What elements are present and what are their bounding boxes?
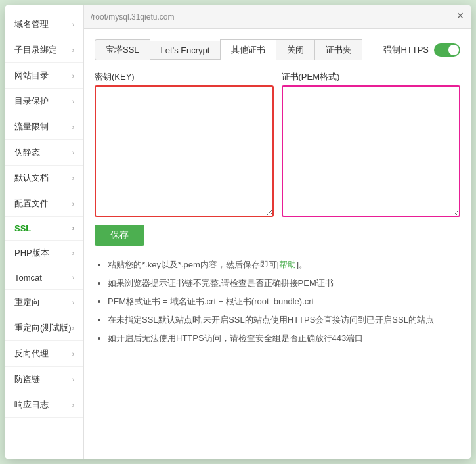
sidebar-item-redirect[interactable]: 重定向 › <box>5 290 83 315</box>
sidebar-item-redirect-test[interactable]: 重定向(测试版) › <box>5 315 83 341</box>
tips-list: 粘贴您的*.key以及*.pem内容，然后保存即可[帮助]。 如果浏览器提示证书… <box>95 256 460 347</box>
arrow-icon: › <box>72 299 74 306</box>
key-textarea[interactable] <box>95 85 274 217</box>
arrow-icon: › <box>72 21 74 28</box>
arrow-icon: › <box>72 225 74 232</box>
sidebar-item-config[interactable]: 配置文件 › <box>5 191 83 217</box>
tab-cert-folder[interactable]: 证书夹 <box>314 39 362 60</box>
tab-baota-ssl[interactable]: 宝塔SSL <box>95 39 150 60</box>
cert-group: 证书(PEM格式) <box>282 71 461 217</box>
tabs-row: 宝塔SSL Let's Encrypt 其他证书 关闭 证书夹 强制HTTPS <box>95 39 460 60</box>
sidebar-item-subdir[interactable]: 子目录绑定 › <box>5 37 83 63</box>
top-bar: /root/mysql.31qietu.com <box>84 5 471 29</box>
sidebar-item-rewrite[interactable]: 伪静态 › <box>5 140 83 166</box>
force-https-label: 强制HTTPS <box>383 44 429 56</box>
sidebar-item-default-doc[interactable]: 默认文档 › <box>5 166 83 191</box>
tab-close[interactable]: 关闭 <box>276 39 315 60</box>
main-modal: 域名管理 › 子目录绑定 › 网站目录 › 目录保护 › 流量限制 › 伪静态 … <box>5 5 471 459</box>
arrow-icon: › <box>72 98 74 105</box>
key-group: 密钥(KEY) <box>95 71 274 217</box>
modal-overlay: www.hncloud.com 华纳云 www.hncloud.com www.… <box>0 0 476 464</box>
help-link[interactable]: 帮助 <box>279 260 296 269</box>
tab-other-cert[interactable]: 其他证书 <box>220 39 276 60</box>
arrow-icon: › <box>72 200 74 208</box>
arrow-icon: › <box>72 250 74 257</box>
arrow-icon: › <box>72 325 74 332</box>
close-button[interactable]: × <box>450 5 471 26</box>
key-label: 密钥(KEY) <box>95 71 274 83</box>
sidebar-item-ssl[interactable]: SSL › <box>5 217 83 241</box>
tip-item: 粘贴您的*.key以及*.pem内容，然后保存即可[帮助]。 <box>108 256 460 273</box>
tip-item: 如果浏览器提示证书链不完整,请检查是否正确拼接PEM证书 <box>108 275 460 292</box>
cert-label: 证书(PEM格式) <box>282 71 461 83</box>
tab-lets-encrypt[interactable]: Let's Encrypt <box>150 41 221 60</box>
main-content: /root/mysql.31qietu.com × 宝塔SSL Let's En… <box>84 5 471 459</box>
tip-item: PEM格式证书 = 域名证书.crt + 根证书(root_bundle).cr… <box>108 293 460 310</box>
sidebar-item-traffic[interactable]: 流量限制 › <box>5 114 83 140</box>
save-button[interactable]: 保存 <box>95 225 144 246</box>
force-https-section: 强制HTTPS <box>383 43 460 57</box>
content-area: 宝塔SSL Let's Encrypt 其他证书 关闭 证书夹 强制HTTPS … <box>84 29 471 459</box>
arrow-icon: › <box>72 72 74 80</box>
tip-item: 在未指定SSL默认站点时,未开启SSL的站点使用HTTPS会直接访问到已开启SS… <box>108 312 460 329</box>
arrow-icon: › <box>72 124 74 131</box>
arrow-icon: › <box>72 149 74 156</box>
arrow-icon: › <box>72 47 74 54</box>
sidebar-item-access-log[interactable]: 响应日志 › <box>5 392 83 418</box>
arrow-icon: › <box>72 274 74 281</box>
sidebar-item-hotlink[interactable]: 防盗链 › <box>5 367 83 392</box>
arrow-icon: › <box>72 175 74 182</box>
arrow-icon: › <box>72 376 74 383</box>
text-areas-row: 密钥(KEY) 证书(PEM格式) <box>95 71 460 217</box>
sidebar-item-dirprotect[interactable]: 目录保护 › <box>5 89 83 114</box>
tip-item: 如开启后无法使用HTTPS访问，请检查安全组是否正确放行443端口 <box>108 330 460 347</box>
arrow-icon: › <box>72 402 74 409</box>
sidebar-item-webdir[interactable]: 网站目录 › <box>5 63 83 89</box>
sidebar: 域名管理 › 子目录绑定 › 网站目录 › 目录保护 › 流量限制 › 伪静态 … <box>5 5 84 459</box>
force-https-toggle[interactable] <box>434 43 460 57</box>
sidebar-item-reverse-proxy[interactable]: 反向代理 › <box>5 341 83 367</box>
sidebar-item-domain[interactable]: 域名管理 › <box>5 12 83 37</box>
arrow-icon: › <box>72 350 74 358</box>
cert-textarea[interactable] <box>282 85 461 217</box>
path-label: /root/mysql.31qietu.com <box>91 12 174 22</box>
sidebar-item-tomcat[interactable]: Tomcat › <box>5 266 83 290</box>
sidebar-item-php[interactable]: PHP版本 › <box>5 241 83 266</box>
